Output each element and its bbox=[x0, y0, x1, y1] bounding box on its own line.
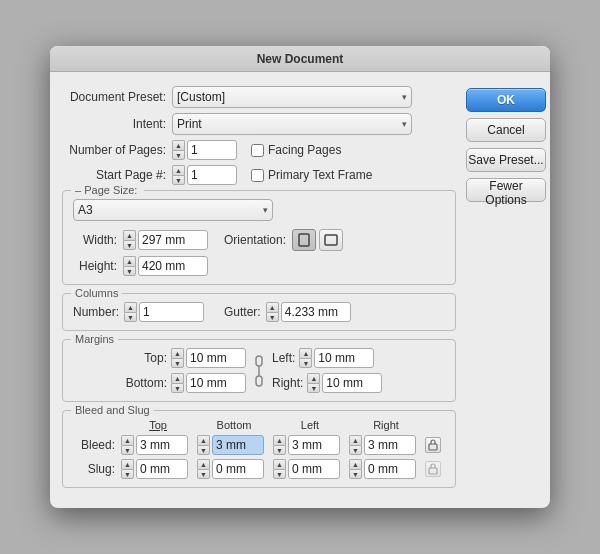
intent-label: Intent: bbox=[62, 117, 172, 131]
bleed-bottom-spinner: ▲▼ bbox=[197, 435, 271, 455]
svg-rect-0 bbox=[299, 234, 309, 246]
left-up-btn[interactable]: ▲ bbox=[299, 348, 312, 358]
right-margin-spinner: ▲ ▼ bbox=[307, 373, 382, 393]
bleed-bottom-input[interactable] bbox=[212, 435, 264, 455]
cancel-button[interactable]: Cancel bbox=[466, 118, 546, 142]
bottom-up-btn[interactable]: ▲ bbox=[171, 373, 184, 383]
start-page-input[interactable] bbox=[187, 165, 237, 185]
bleed-right-input[interactable] bbox=[364, 435, 416, 455]
ok-button[interactable]: OK bbox=[466, 88, 546, 112]
height-up-btn[interactable]: ▲ bbox=[123, 256, 136, 266]
save-preset-button[interactable]: Save Preset... bbox=[466, 148, 546, 172]
start-page-down-btn[interactable]: ▼ bbox=[172, 175, 185, 185]
top-margin-spinner: ▲ ▼ bbox=[171, 348, 246, 368]
right-down-btn[interactable]: ▼ bbox=[307, 383, 320, 393]
right-margin-input[interactable] bbox=[322, 373, 382, 393]
width-group: Width: ▲ ▼ bbox=[73, 230, 208, 250]
slug-left-up[interactable]: ▲ bbox=[273, 459, 286, 469]
slug-row: Slug: ▲▼ ▲▼ ▲▼ ▲▼ bbox=[73, 459, 445, 479]
slug-top-up[interactable]: ▲ bbox=[121, 459, 134, 469]
gutter-label: Gutter: bbox=[224, 305, 261, 319]
gutter-down-btn[interactable]: ▼ bbox=[266, 312, 279, 322]
margins-chain-icon[interactable] bbox=[250, 349, 268, 393]
portrait-btn[interactable] bbox=[292, 229, 316, 251]
top-margin-group: Top: ▲ ▼ bbox=[73, 348, 246, 368]
gutter-up-btn[interactable]: ▲ bbox=[266, 302, 279, 312]
columns-down-btn[interactable]: ▼ bbox=[124, 312, 137, 322]
num-pages-up-btn[interactable]: ▲ bbox=[172, 140, 185, 150]
slug-right-up[interactable]: ▲ bbox=[349, 459, 362, 469]
bleed-right-up[interactable]: ▲ bbox=[349, 435, 362, 445]
portrait-icon bbox=[298, 233, 310, 247]
top-up-btn[interactable]: ▲ bbox=[171, 348, 184, 358]
slug-left-spinner: ▲▼ bbox=[273, 459, 347, 479]
bleed-left-input[interactable] bbox=[288, 435, 340, 455]
slug-right-input[interactable] bbox=[364, 459, 416, 479]
width-down-btn[interactable]: ▼ bbox=[123, 240, 136, 250]
slug-bottom-input[interactable] bbox=[212, 459, 264, 479]
bleed-left-up[interactable]: ▲ bbox=[273, 435, 286, 445]
facing-pages-checkbox[interactable] bbox=[251, 144, 264, 157]
start-page-spinner: ▲ ▼ bbox=[172, 165, 237, 185]
slug-bottom-up[interactable]: ▲ bbox=[197, 459, 210, 469]
bleed-bottom-down[interactable]: ▼ bbox=[197, 445, 210, 455]
top-spinbtns: ▲ ▼ bbox=[171, 348, 184, 368]
slug-top-down[interactable]: ▼ bbox=[121, 469, 134, 479]
primary-text-frame-checkbox[interactable] bbox=[251, 169, 264, 182]
top-margin-input[interactable] bbox=[186, 348, 246, 368]
gutter-input[interactable] bbox=[281, 302, 351, 322]
bleed-top-down[interactable]: ▼ bbox=[121, 445, 134, 455]
bleed-bottom-up[interactable]: ▲ bbox=[197, 435, 210, 445]
bleed-top-input[interactable] bbox=[136, 435, 188, 455]
bottom-margin-input[interactable] bbox=[186, 373, 246, 393]
bleed-top-up[interactable]: ▲ bbox=[121, 435, 134, 445]
slug-left-down[interactable]: ▼ bbox=[273, 469, 286, 479]
left-margin-group: Left: ▲ ▼ bbox=[272, 348, 445, 368]
document-preset-select[interactable]: [Custom] bbox=[172, 86, 412, 108]
start-page-spinbtns: ▲ ▼ bbox=[172, 165, 185, 185]
bottom-margin-group: Bottom: ▲ ▼ bbox=[73, 373, 246, 393]
top-down-btn[interactable]: ▼ bbox=[171, 358, 184, 368]
bleed-left-down[interactable]: ▼ bbox=[273, 445, 286, 455]
num-pages-spinbtns: ▲ ▼ bbox=[172, 140, 185, 160]
bottom-down-btn[interactable]: ▼ bbox=[171, 383, 184, 393]
pages-row: Number of Pages: ▲ ▼ Facing Pages bbox=[62, 140, 456, 160]
intent-select-wrap: Print ▾ bbox=[172, 113, 412, 135]
slug-link-icon[interactable] bbox=[425, 461, 441, 477]
height-down-btn[interactable]: ▼ bbox=[123, 266, 136, 276]
left-margin-input[interactable] bbox=[314, 348, 374, 368]
margins-section-label: Margins bbox=[71, 333, 118, 345]
width-spinner: ▲ ▼ bbox=[123, 230, 208, 250]
start-page-up-btn[interactable]: ▲ bbox=[172, 165, 185, 175]
svg-rect-1 bbox=[325, 235, 337, 245]
fewer-options-button[interactable]: Fewer Options bbox=[466, 178, 546, 202]
slug-bottom-down[interactable]: ▼ bbox=[197, 469, 210, 479]
page-size-select[interactable]: A3 bbox=[73, 199, 273, 221]
right-up-btn[interactable]: ▲ bbox=[307, 373, 320, 383]
height-input[interactable] bbox=[138, 256, 208, 276]
slug-right-down[interactable]: ▼ bbox=[349, 469, 362, 479]
columns-up-btn[interactable]: ▲ bbox=[124, 302, 137, 312]
primary-text-frame-label[interactable]: Primary Text Frame bbox=[251, 168, 372, 182]
intent-select[interactable]: Print bbox=[172, 113, 412, 135]
orientation-group: Orientation: bbox=[224, 229, 343, 251]
num-pages-down-btn[interactable]: ▼ bbox=[172, 150, 185, 160]
right-margin-group: Right: ▲ ▼ bbox=[272, 373, 445, 393]
bleed-slug-header-row: Top Bottom Left Right bbox=[73, 419, 445, 431]
columns-row: Number: ▲ ▼ Gutter: bbox=[73, 302, 445, 322]
bleed-right-down[interactable]: ▼ bbox=[349, 445, 362, 455]
slug-left-input[interactable] bbox=[288, 459, 340, 479]
slug-top-input[interactable] bbox=[136, 459, 188, 479]
right-spinbtns: ▲ ▼ bbox=[307, 373, 320, 393]
start-page-label: Start Page #: bbox=[62, 168, 172, 182]
width-input[interactable] bbox=[138, 230, 208, 250]
landscape-btn[interactable] bbox=[319, 229, 343, 251]
columns-number-input[interactable] bbox=[139, 302, 204, 322]
width-up-btn[interactable]: ▲ bbox=[123, 230, 136, 240]
num-pages-input[interactable] bbox=[187, 140, 237, 160]
bleed-bottom-header: Bottom bbox=[197, 419, 271, 431]
bleed-link-icon[interactable] bbox=[425, 437, 441, 453]
left-down-btn[interactable]: ▼ bbox=[299, 358, 312, 368]
height-row: Height: ▲ ▼ bbox=[73, 256, 445, 276]
facing-pages-label[interactable]: Facing Pages bbox=[251, 143, 341, 157]
